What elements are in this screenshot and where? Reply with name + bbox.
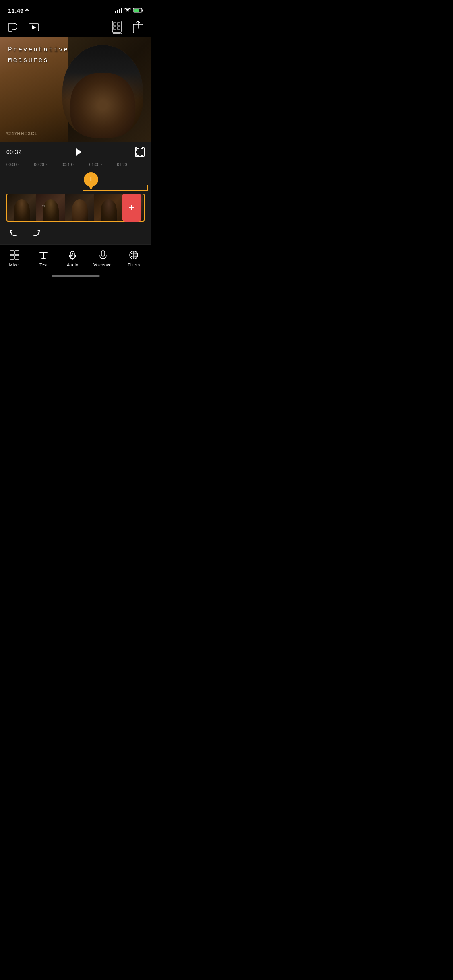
audio-icon	[67, 249, 78, 261]
svg-rect-8	[117, 23, 120, 25]
undo-icon	[10, 229, 19, 237]
video-overlay-text: Preventative Measures	[8, 45, 69, 66]
timeline-ruler: 00:00 00:20 00:40 01:00 01:20	[3, 163, 148, 167]
playback-controls: 00:32	[0, 142, 151, 163]
top-toolbar	[0, 18, 151, 37]
mixer-icon	[9, 249, 20, 261]
status-time: 11:49	[8, 7, 29, 14]
audio-label: Audio	[67, 262, 78, 267]
text-label: Text	[39, 262, 48, 267]
svg-rect-9	[113, 27, 116, 29]
toolbar-item-filters[interactable]: Filters	[119, 248, 148, 269]
export-icon	[132, 21, 144, 34]
app-logo-icon	[6, 21, 19, 34]
preview-button[interactable]	[27, 21, 40, 34]
overlay-text-line1: Preventative	[8, 45, 69, 56]
overlay-text-line2: Measures	[8, 56, 69, 66]
video-preview: Preventative Measures #247HHEXCL	[0, 37, 151, 142]
voiceover-label: Voiceover	[93, 262, 113, 267]
svg-rect-13	[15, 255, 19, 259]
text-clip-duration	[3, 185, 148, 193]
svg-rect-21	[101, 251, 105, 256]
play-icon	[76, 148, 82, 156]
toolbar-item-voiceover[interactable]: Voiceover	[87, 248, 119, 269]
playhead	[97, 142, 97, 226]
film-frame-2: Vo	[36, 194, 65, 222]
status-bar: 11:49	[0, 0, 151, 18]
toolbar-item-audio[interactable]: Audio	[58, 248, 87, 269]
add-clip-icon: +	[128, 202, 135, 213]
text-badge-label: T	[89, 176, 93, 183]
film-frame-4	[94, 194, 123, 222]
ruler-label-2: 00:40	[62, 163, 89, 167]
redo-button[interactable]	[29, 226, 42, 239]
play-button[interactable]	[71, 145, 85, 159]
mixer-label: Mixer	[9, 262, 20, 267]
preview-icon	[28, 22, 39, 33]
timeline-section: 00:32 00:00 00:20 00:40	[0, 142, 151, 244]
svg-rect-3	[134, 9, 139, 12]
text-marker[interactable]: T	[84, 172, 98, 187]
time-display: 11:49	[8, 7, 23, 14]
export-button[interactable]	[132, 21, 145, 34]
ruler-label-0: 00:00	[6, 163, 34, 167]
text-badge: T	[84, 172, 98, 187]
svg-rect-15	[15, 251, 19, 255]
home-bar	[52, 275, 100, 277]
text-clip-bracket-bottom	[83, 190, 148, 191]
toolbar-left	[6, 21, 40, 34]
wifi-icon	[124, 8, 131, 13]
storyboard-button[interactable]	[111, 21, 124, 34]
fullscreen-button[interactable]	[135, 147, 145, 157]
timecode-display: 00:32	[6, 149, 22, 155]
filters-icon	[128, 249, 139, 261]
signal-icon	[115, 8, 122, 13]
film-frame-3	[65, 194, 94, 222]
status-icons	[115, 8, 143, 13]
ruler-label-3: 01:00	[89, 163, 117, 167]
svg-rect-2	[142, 10, 143, 12]
undo-redo-bar	[0, 222, 151, 244]
svg-rect-14	[10, 255, 14, 259]
person-face-area	[62, 45, 143, 138]
fullscreen-icon	[136, 148, 144, 156]
svg-rect-12	[10, 251, 14, 255]
toolbar-right	[111, 21, 145, 34]
redo-icon	[31, 229, 40, 237]
storyboard-icon	[112, 21, 123, 34]
ruler-label-4: 01:20	[117, 163, 145, 167]
svg-marker-0	[25, 8, 29, 11]
home-indicator	[0, 270, 151, 282]
svg-rect-7	[113, 23, 116, 25]
filters-label: Filters	[128, 262, 140, 267]
text-icon	[38, 249, 49, 261]
svg-marker-5	[32, 25, 36, 29]
video-watermark: #247HHEXCL	[6, 131, 38, 136]
back-logo-button[interactable]	[6, 21, 19, 34]
toolbar-item-adjust[interactable]: Adj	[148, 248, 151, 269]
voiceover-icon	[97, 249, 109, 261]
toolbar-item-text[interactable]: Text	[29, 248, 58, 269]
film-frame-1	[7, 194, 36, 222]
svg-rect-10	[117, 27, 120, 29]
svg-line-19	[72, 253, 74, 254]
undo-button[interactable]	[8, 226, 21, 239]
filmstrip-wrapper[interactable]: Vo EXCL +	[6, 194, 145, 222]
ruler-label-1: 00:20	[34, 163, 62, 167]
svg-point-20	[72, 255, 73, 256]
location-icon	[25, 8, 29, 13]
bottom-toolbar: Mixer Text Audio	[0, 244, 151, 270]
battery-icon	[133, 8, 143, 13]
toolbar-item-mixer[interactable]: Mixer	[0, 248, 29, 269]
add-clip-button[interactable]: +	[122, 194, 141, 222]
